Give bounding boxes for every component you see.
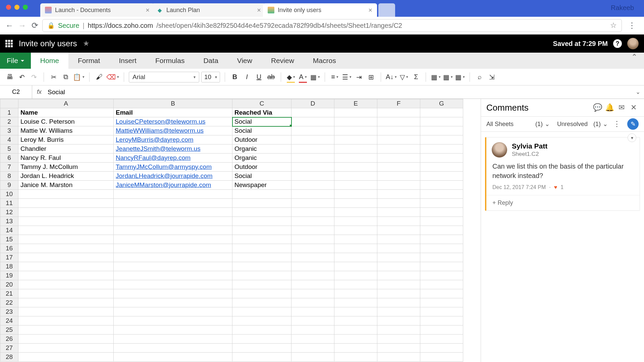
row-header[interactable]: 7: [0, 163, 18, 172]
formula-input[interactable]: Social: [46, 88, 632, 96]
reload-button[interactable]: ⟳: [30, 20, 40, 31]
cell-G8[interactable]: [420, 172, 463, 181]
user-avatar[interactable]: [627, 38, 639, 49]
cell-B5[interactable]: JeanetteJSmith@teleworm.us: [114, 144, 232, 154]
cell-C25[interactable]: [232, 325, 291, 335]
cell-D12[interactable]: [291, 208, 334, 217]
format-cells-icon[interactable]: ▦: [455, 72, 465, 82]
cell-G19[interactable]: [420, 271, 463, 280]
cell-F17[interactable]: [377, 253, 420, 262]
menu-view[interactable]: View: [228, 53, 262, 69]
cell-D9[interactable]: [291, 181, 334, 190]
cell-F1[interactable]: [377, 108, 420, 117]
filter-scope-count[interactable]: (1) ⌄: [535, 120, 550, 128]
cell-E24[interactable]: [334, 316, 377, 325]
cell-C12[interactable]: [232, 208, 291, 217]
row-header[interactable]: 20: [0, 280, 18, 289]
collapse-ribbon-icon[interactable]: ⌃: [631, 53, 637, 69]
cell-F12[interactable]: [377, 208, 420, 217]
cell-F26[interactable]: [377, 335, 420, 344]
row-header[interactable]: 8: [0, 172, 18, 181]
cell-A3[interactable]: Mattie W. Williams: [18, 126, 114, 135]
heart-icon[interactable]: ♥: [554, 184, 557, 190]
cell-E14[interactable]: [334, 226, 377, 235]
cell-F19[interactable]: [377, 271, 420, 280]
cell-D1[interactable]: [291, 108, 334, 117]
cell-C5[interactable]: Organic: [232, 144, 291, 154]
filter-status[interactable]: Unresolved: [557, 121, 588, 128]
cell-D23[interactable]: [291, 307, 334, 316]
row-header[interactable]: 5: [0, 144, 18, 154]
cell-C11[interactable]: [232, 199, 291, 208]
cell-C3[interactable]: Social: [232, 126, 291, 135]
cell-F21[interactable]: [377, 289, 420, 298]
compose-comment-button[interactable]: ✎: [627, 118, 639, 130]
paste-icon[interactable]: 📋: [73, 72, 85, 82]
cell-D6[interactable]: [291, 154, 334, 163]
cell-F18[interactable]: [377, 262, 420, 271]
column-header-G[interactable]: G: [420, 99, 463, 108]
cell-C1[interactable]: Reached Via: [232, 108, 291, 117]
cell-C23[interactable]: [232, 307, 291, 316]
cell-A19[interactable]: [18, 271, 114, 280]
cell-A14[interactable]: [18, 226, 114, 235]
cell-A9[interactable]: Janice M. Marston: [18, 181, 114, 190]
cell-F14[interactable]: [377, 226, 420, 235]
print-icon[interactable]: 🖶: [5, 72, 15, 82]
cell-E20[interactable]: [334, 280, 377, 289]
cell-A5[interactable]: Chandler: [18, 144, 114, 154]
cell-E25[interactable]: [334, 325, 377, 335]
fullscreen-window-button[interactable]: [23, 5, 28, 10]
cell-E9[interactable]: [334, 181, 377, 190]
cell-C8[interactable]: Social: [232, 172, 291, 181]
cell-C21[interactable]: [232, 289, 291, 298]
column-header-A[interactable]: A: [18, 99, 114, 108]
cell-B23[interactable]: [114, 307, 232, 316]
cell-G25[interactable]: [420, 325, 463, 335]
cell-E12[interactable]: [334, 208, 377, 217]
filter-more-icon[interactable]: ⋮: [612, 119, 622, 129]
column-header-D[interactable]: D: [291, 99, 334, 108]
row-header[interactable]: 27: [0, 344, 18, 353]
row-header[interactable]: 18: [0, 262, 18, 271]
row-header[interactable]: 19: [0, 271, 18, 280]
cell-E27[interactable]: [334, 344, 377, 353]
filter-icon[interactable]: ▽: [399, 72, 409, 82]
cell-A4[interactable]: Leroy M. Burris: [18, 135, 114, 144]
cell-E6[interactable]: [334, 154, 377, 163]
cell-G15[interactable]: [420, 235, 463, 244]
cell-A16[interactable]: [18, 244, 114, 253]
cell-A20[interactable]: [18, 280, 114, 289]
cell-A21[interactable]: [18, 289, 114, 298]
cell-F13[interactable]: [377, 217, 420, 226]
cell-G4[interactable]: [420, 135, 463, 144]
cell-E19[interactable]: [334, 271, 377, 280]
cell-C9[interactable]: Newspaper: [232, 181, 291, 190]
comment-card[interactable]: ▾ Sylvia Patt Sheet1.C2 Can we list this…: [485, 137, 640, 211]
close-tab-icon[interactable]: ×: [368, 7, 372, 13]
cell-B28[interactable]: [114, 353, 232, 362]
cell-E23[interactable]: [334, 307, 377, 316]
cell-B8[interactable]: JordanLHeadrick@jourrapide.com: [114, 172, 232, 181]
cell-E1[interactable]: [334, 108, 377, 117]
cell-E26[interactable]: [334, 335, 377, 344]
cell-C26[interactable]: [232, 335, 291, 344]
menu-review[interactable]: Review: [262, 53, 304, 69]
row-header[interactable]: 12: [0, 208, 18, 217]
new-tab-button[interactable]: [378, 3, 395, 17]
fill-color-icon[interactable]: ◆: [286, 72, 296, 82]
cell-B22[interactable]: [114, 298, 232, 307]
cell-B25[interactable]: [114, 325, 232, 335]
cell-D15[interactable]: [291, 235, 334, 244]
cell-G23[interactable]: [420, 307, 463, 316]
column-header-F[interactable]: F: [377, 99, 420, 108]
menu-macros[interactable]: Macros: [304, 53, 345, 69]
cell-C10[interactable]: [232, 190, 291, 199]
minimize-window-button[interactable]: [14, 5, 19, 10]
wrap-icon[interactable]: ⇥: [354, 72, 364, 82]
cell-B20[interactable]: [114, 280, 232, 289]
cell-A8[interactable]: Jordan L. Headrick: [18, 172, 114, 181]
cell-F7[interactable]: [377, 163, 420, 172]
cell-A23[interactable]: [18, 307, 114, 316]
help-icon[interactable]: ?: [613, 39, 622, 48]
